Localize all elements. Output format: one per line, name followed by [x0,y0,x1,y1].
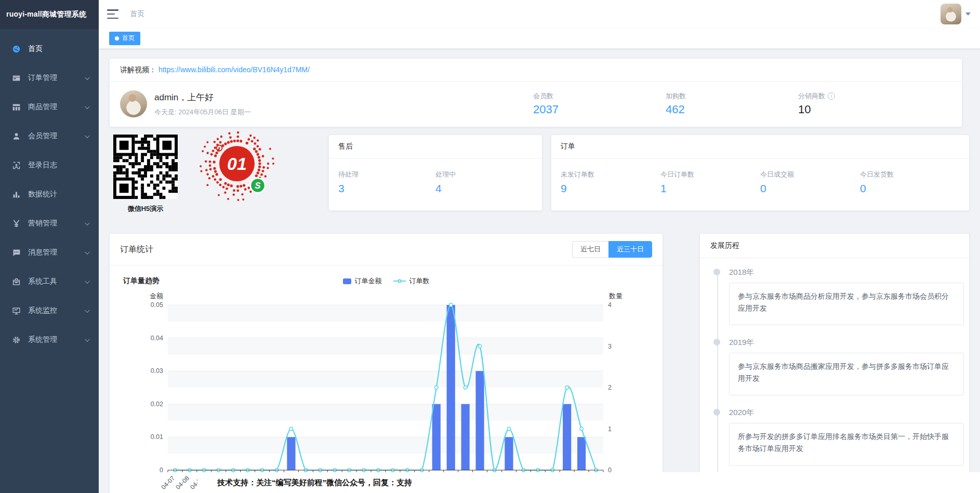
metric-value[interactable]: 0 [860,182,960,195]
stat-label: 加购数 [666,91,686,101]
range-last-30-days-button[interactable]: 近三十日 [608,241,652,258]
stat-value: 462 [666,103,798,116]
user-menu-caret-icon[interactable] [965,12,971,16]
svg-text:1: 1 [608,425,612,433]
sidebar-item-marketing[interactable]: 营销管理 [0,209,99,238]
sidebar-item-system-monitor[interactable]: 系统监控 [0,296,99,325]
chevron-down-icon [85,249,90,255]
stat-label: 会员数 [533,91,553,101]
chevron-down-icon [85,75,90,80]
svg-text:S: S [255,181,261,191]
stat-label: 分销商数 [798,91,825,101]
order-trend-chart[interactable]: 00.010.020.030.040.05金额01234数量04-0704-08… [123,287,649,493]
aftersale-pending: 待处理 3 [338,170,435,195]
product-icon [11,102,21,112]
timeline-item-2020: 2020年 所参与开发的拼多多订单应用排名服务市场类目第一，开始快手服务市场订单… [711,408,957,465]
wechat-h5-qr-label: 微信H5演示 [113,204,178,214]
statistics-icon [11,190,21,199]
greeting-date: 今天是: 2024年05月06日 星期一 [154,108,251,117]
svg-text:0.02: 0.02 [151,401,163,408]
sidebar-item-label: 首页 [28,44,88,54]
metric-value[interactable]: 9 [561,182,660,195]
sidebar-item-label: 登录日志 [28,161,88,170]
legend-label: 订单金额 [355,276,382,286]
timeline-dot [713,409,720,416]
sidebar-item-system-settings[interactable]: 系统管理 [0,325,99,354]
tags-view-bar: 首页 [99,28,980,49]
timeline-item-2019: 2019年 参与京东服务市场商品搬家应用开发，参与拼多多服务市场订单应用开发 [711,338,957,395]
chevron-down-icon [85,220,90,225]
sidebar-menu: 首页 订单管理 商品管理 会员管理 [0,29,99,354]
metric-label: 今日订单数 [660,170,760,179]
info-icon[interactable]: i [828,92,835,100]
range-last-7-days-button[interactable]: 近七日 [572,241,608,258]
stat-columns: 会员数 2037 加购数 462 分销商数 i 10 [533,91,931,116]
aftersale-card-title: 售后 [329,135,542,158]
aftersale-card: 售后 待处理 3 处理中 4 [328,135,542,211]
timeline-text: 参与京东服务市场商品分析应用开发，参与京东服务市场会员积分应用开发 [729,283,964,325]
breadcrumb[interactable]: 首页 [130,9,144,19]
video-link[interactable]: https://www.bilibili.com/video/BV16N4y1d… [158,65,310,74]
member-icon [11,131,21,141]
dashboard-icon [11,44,21,54]
chevron-down-icon [85,278,90,284]
metric-value[interactable]: 3 [338,182,435,195]
stat-members: 会员数 2037 [533,91,666,116]
sidebar-item-orders[interactable]: 订单管理 [0,63,99,92]
order-statistics-card: 订单统计 近七日 近三十日 订单量趋势 订单金额 [109,233,663,493]
legend-label: 订单数 [409,276,430,286]
order-today-shipped: 今日发货数 0 [860,170,960,195]
metric-value[interactable]: 1 [660,182,760,195]
monitor-icon [11,306,21,315]
video-notice-label: 讲解视频： [120,65,156,74]
order-icon [11,73,21,83]
sidebar-item-messages[interactable]: 消息管理 [0,238,99,267]
metric-label: 待处理 [338,170,435,179]
tab-home[interactable]: 首页 [109,32,140,45]
sidebar-item-label: 系统管理 [28,335,85,344]
order-today-amount: 今日成交额 0 [760,170,860,195]
line-legend-swatch [393,281,406,282]
chart-subtitle: 订单量趋势 [123,276,160,286]
video-notice-row: 讲解视频： https://www.bilibili.com/video/BV1… [110,59,962,82]
legend-order-count[interactable]: 订单数 [393,276,430,286]
footer-support-bar: 技术支持：关注“编写美好前程”微信公众号，回复：支持 [197,472,980,493]
welcome-card: 讲解视频： https://www.bilibili.com/video/BV1… [109,58,962,127]
user-avatar[interactable] [941,4,961,24]
sidebar-item-label: 数据统计 [28,190,88,199]
svg-text:金额: 金额 [150,292,163,300]
timeline-text: 参与京东服务市场商品搬家应用开发，参与拼多多服务市场订单应用开发 [729,353,964,395]
timeline-year: 2019年 [729,338,957,348]
sidebar-item-system-tools[interactable]: 系统工具 [0,267,99,296]
metric-label: 未发订单数 [561,170,660,179]
chevron-down-icon [85,337,90,342]
svg-text:0.05: 0.05 [151,301,163,309]
sidebar-item-label: 消息管理 [28,248,85,257]
legend-order-amount[interactable]: 订单金额 [343,276,382,286]
sidebar-item-home[interactable]: 首页 [0,34,99,63]
timeline-year: 2018年 [729,268,957,277]
stat-cart-adds: 加购数 462 [666,91,798,116]
page-content: 讲解视频： https://www.bilibili.com/video/BV1… [99,49,980,493]
sidebar: ruoyi-mall商城管理系统 首页 订单管理 商品管理 [0,0,99,493]
admin-avatar [120,90,147,117]
chevron-down-icon [85,308,90,313]
sidebar-toggle-icon[interactable] [107,9,118,19]
sidebar-item-login-log[interactable]: 登录日志 [0,151,99,180]
charts-row: 订单统计 近七日 近三十日 订单量趋势 订单金额 [109,233,970,493]
svg-text:2: 2 [608,384,612,391]
bar-legend-swatch [343,278,351,284]
sidebar-item-members[interactable]: 会员管理 [0,122,99,151]
metric-value[interactable]: 0 [760,182,860,195]
marketing-icon [11,219,21,228]
sidebar-item-statistics[interactable]: 数据统计 [0,180,99,209]
order-today-count: 今日订单数 1 [660,170,760,195]
sidebar-item-label: 营销管理 [28,219,85,228]
active-tab-dot [115,36,119,41]
metric-value[interactable]: 4 [435,182,533,195]
login-log-icon [11,161,21,170]
sidebar-item-label: 订单管理 [28,73,85,83]
top-navbar: 首页 [99,0,980,28]
sidebar-item-products[interactable]: 商品管理 [0,92,99,122]
svg-text:0.01: 0.01 [151,433,163,441]
